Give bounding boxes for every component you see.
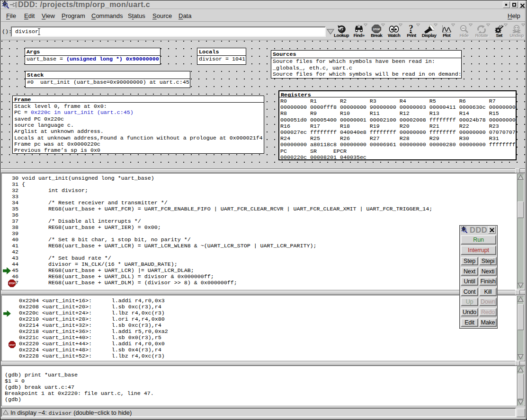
svg-text:STOP: STOP [9,282,15,285]
svg-text:STOP: STOP [9,344,15,346]
svg-text:STOP: STOP [373,28,380,31]
